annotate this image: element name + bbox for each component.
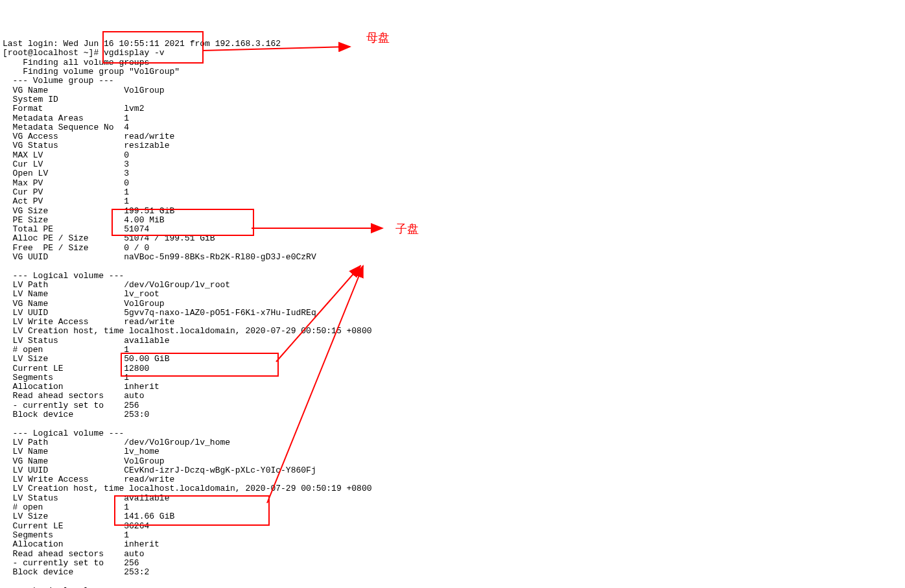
terminal-output: Last login: Wed Jun 16 10:55:11 2021 fro… xyxy=(3,40,905,588)
